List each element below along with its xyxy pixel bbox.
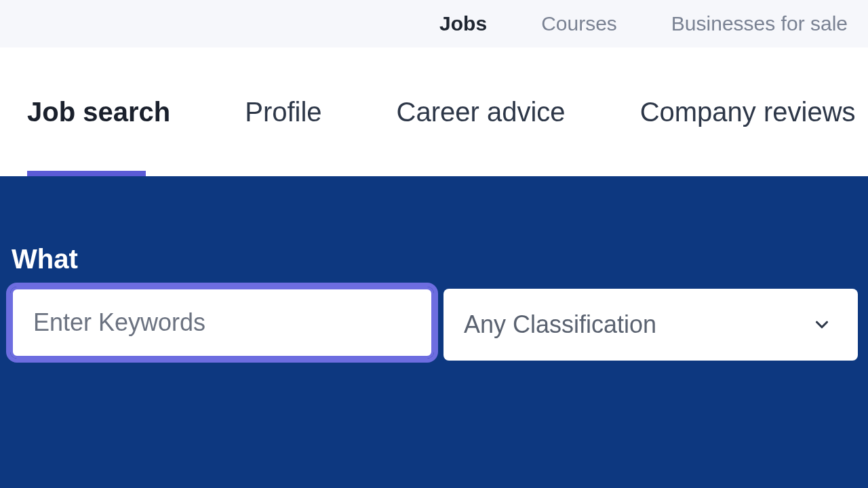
tab-job-search[interactable]: Job search (27, 97, 170, 127)
classification-select[interactable]: Any Classification (443, 289, 858, 361)
top-nav-businesses[interactable]: Businesses for sale (671, 12, 848, 35)
search-row: Any Classification (10, 287, 858, 361)
top-nav: Jobs Courses Businesses for sale (0, 0, 868, 47)
search-what-label: What (12, 244, 858, 274)
search-section: What Any Classification (0, 176, 868, 488)
chevron-down-icon (812, 314, 832, 335)
tab-company-reviews[interactable]: Company reviews (640, 97, 856, 127)
classification-selected-label: Any Classification (464, 310, 656, 339)
top-nav-jobs[interactable]: Jobs (439, 12, 487, 35)
main-nav: Job search Profile Career advice Company… (0, 47, 868, 176)
active-tab-indicator (27, 171, 146, 176)
tab-profile[interactable]: Profile (245, 97, 321, 127)
keywords-input[interactable] (10, 287, 434, 359)
tab-career-advice[interactable]: Career advice (397, 97, 566, 127)
top-nav-courses[interactable]: Courses (541, 12, 617, 35)
keyword-input-wrapper (10, 287, 434, 361)
